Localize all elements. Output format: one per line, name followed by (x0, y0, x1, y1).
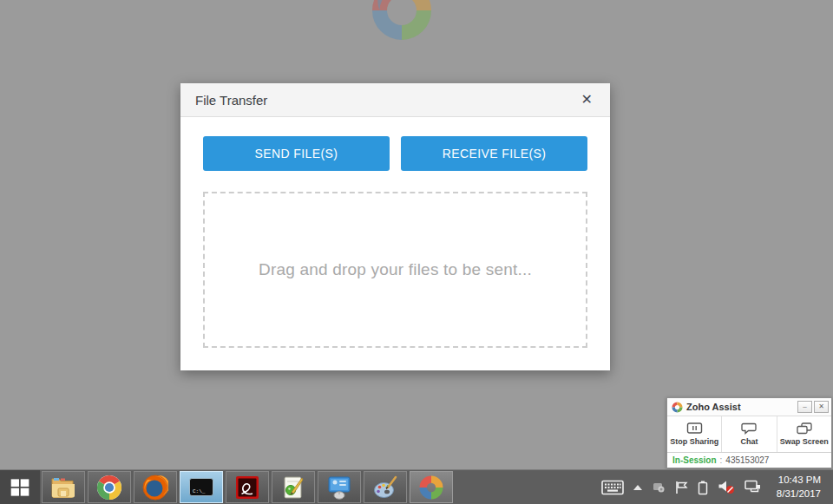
show-hidden-icons-arrow[interactable] (633, 485, 642, 490)
taskbar-app-display-settings[interactable] (318, 471, 361, 503)
system-tray: 10:43 PM 8/31/2017 (601, 470, 833, 504)
zoho-assist-widget: Zoho Assist – ✕ Stop Sharing Chat (666, 397, 832, 468)
taskbar: C:\_ (0, 469, 833, 504)
taskbar-app-file-explorer[interactable] (42, 471, 85, 503)
taskbar-app-zoho-assist[interactable] (410, 471, 453, 503)
file-dropzone[interactable]: Drag and drop your files to be sent... (203, 192, 587, 348)
zoho-assist-icon (672, 402, 683, 413)
file-explorer-icon (50, 475, 76, 500)
session-status-bar: In-Session : 435153027 (667, 452, 831, 468)
adobe-reader-icon (235, 475, 259, 500)
receive-files-button[interactable]: RECEIVE FILE(S) (401, 136, 587, 171)
minimize-button[interactable]: – (797, 401, 812, 413)
widget-actions: Stop Sharing Chat Swap Screen (667, 416, 831, 452)
start-button[interactable] (0, 470, 40, 504)
taskbar-app-firefox[interactable] (134, 471, 177, 503)
session-status-label: In-Session (672, 455, 717, 465)
clock-date: 8/31/2017 (777, 488, 821, 501)
stop-sharing-button[interactable]: Stop Sharing (667, 416, 722, 452)
battery-icon[interactable] (698, 480, 708, 495)
chat-button[interactable]: Chat (722, 416, 777, 452)
swap-screen-button[interactable]: Swap Screen (777, 416, 831, 452)
session-id: 435153027 (725, 455, 769, 465)
taskbar-app-command-prompt[interactable]: C:\_ (180, 471, 223, 503)
taskbar-empty-area (454, 470, 601, 504)
clock-time: 10:43 PM (777, 474, 821, 488)
widget-titlebar[interactable]: Zoho Assist – ✕ (667, 398, 831, 416)
taskbar-app-paint[interactable] (364, 471, 407, 503)
widget-close-button[interactable]: ✕ (814, 401, 829, 413)
volume-muted-icon[interactable] (718, 480, 735, 494)
chat-bubble-icon (741, 422, 757, 435)
display-settings-icon (326, 475, 352, 500)
send-files-button[interactable]: SEND FILE(S) (203, 136, 390, 171)
ethernet-network-icon[interactable] (744, 480, 762, 494)
taskbar-app-notepad-plus-plus[interactable] (272, 471, 315, 503)
hardware-tray-icon[interactable] (652, 481, 666, 494)
dialog-header: File Transfer ✕ (180, 83, 610, 117)
close-icon[interactable]: ✕ (581, 93, 593, 107)
action-center-flag-icon[interactable] (675, 481, 688, 494)
swap-screens-icon (797, 422, 812, 435)
zoho-assist-ring-logo (371, 0, 433, 42)
dropzone-hint: Drag and drop your files to be sent... (259, 260, 532, 279)
widget-title: Zoho Assist (686, 402, 741, 412)
touch-keyboard-icon[interactable] (601, 480, 624, 495)
taskbar-clock[interactable]: 10:43 PM 8/31/2017 (771, 474, 826, 501)
dialog-body: SEND FILE(S) RECEIVE FILE(S) Drag and dr… (180, 117, 610, 348)
file-transfer-dialog: File Transfer ✕ SEND FILE(S) RECEIVE FIL… (180, 83, 610, 370)
command-prompt-icon: C:\_ (189, 478, 213, 496)
zoho-assist-taskbar-icon (419, 475, 443, 500)
paint-icon (372, 475, 398, 501)
windows-start-icon (10, 478, 30, 497)
dialog-title: File Transfer (195, 93, 267, 108)
screen-share-icon (686, 422, 703, 435)
taskbar-app-chrome[interactable] (88, 471, 131, 503)
chrome-icon (96, 475, 122, 501)
firefox-icon (142, 475, 168, 501)
notepad-plus-plus-icon (280, 475, 306, 501)
taskbar-app-adobe-reader[interactable] (226, 471, 269, 503)
